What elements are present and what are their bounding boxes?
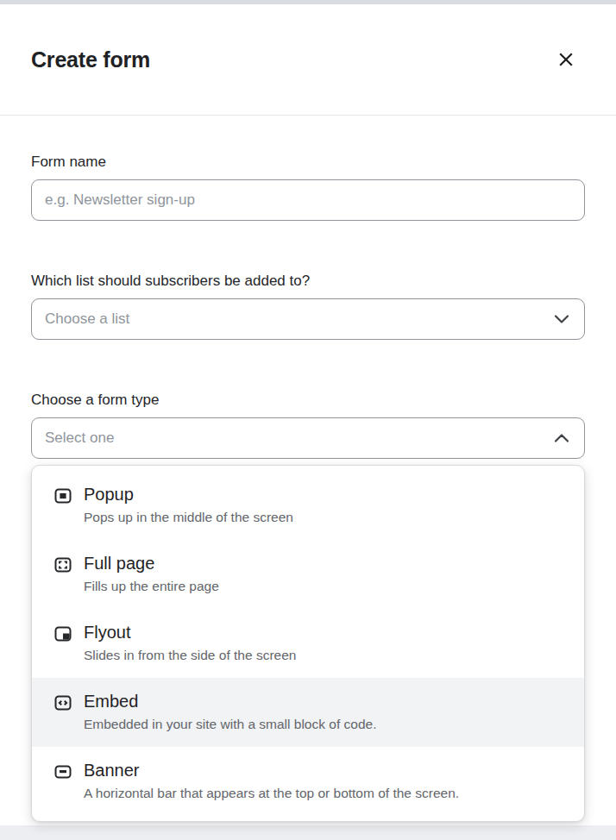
- page-background-strip: [0, 825, 616, 840]
- option-title: Flyout: [84, 621, 296, 644]
- option-title: Popup: [84, 483, 293, 506]
- chevron-down-icon: [550, 308, 573, 330]
- option-description: Fills up the entire page: [84, 577, 219, 595]
- subscriber-list-select-value: Choose a list: [45, 310, 129, 328]
- embed-icon: [54, 694, 72, 711]
- form-type-dropdown: Popup Pops up in the middle of the scree…: [31, 465, 585, 822]
- close-button[interactable]: [552, 46, 580, 73]
- form-name-label: Form name: [31, 153, 585, 171]
- option-title: Embed: [84, 690, 376, 713]
- option-title: Full page: [84, 552, 219, 575]
- form-type-option-popup[interactable]: Popup Pops up in the middle of the scree…: [32, 471, 584, 540]
- form-name-input[interactable]: [31, 179, 585, 221]
- subscriber-list-select[interactable]: Choose a list: [31, 298, 585, 340]
- form-type-label: Choose a form type: [31, 391, 585, 409]
- option-description: Pops up in the middle of the screen: [84, 508, 293, 526]
- modal-title: Create form: [31, 47, 150, 72]
- option-title: Banner: [84, 759, 459, 782]
- modal-body: Form name Which list should subscribers …: [0, 153, 616, 822]
- popup-icon: [54, 487, 72, 505]
- close-icon: [556, 49, 576, 70]
- option-description: A horizontal bar that appears at the top…: [84, 784, 459, 802]
- chevron-up-icon: [550, 427, 573, 449]
- form-type-option-full-page[interactable]: Full page Fills up the entire page: [32, 540, 584, 609]
- form-type-select-value: Select one: [45, 429, 114, 447]
- form-type-option-flyout[interactable]: Flyout Slides in from the side of the sc…: [32, 609, 584, 678]
- create-form-modal: Create form Form name Which list should …: [0, 0, 616, 840]
- form-type-select[interactable]: Select one: [31, 417, 585, 459]
- form-type-option-banner[interactable]: Banner A horizontal bar that appears at …: [32, 747, 584, 816]
- flyout-icon: [54, 625, 72, 643]
- option-description: Embedded in your site with a small block…: [84, 715, 376, 733]
- subscriber-list-label: Which list should subscribers be added t…: [31, 272, 585, 290]
- option-description: Slides in from the side of the screen: [84, 646, 296, 664]
- full-page-icon: [54, 556, 72, 574]
- modal-header: Create form: [0, 4, 616, 116]
- banner-icon: [54, 763, 72, 780]
- form-type-option-embed[interactable]: Embed Embedded in your site with a small…: [32, 678, 584, 747]
